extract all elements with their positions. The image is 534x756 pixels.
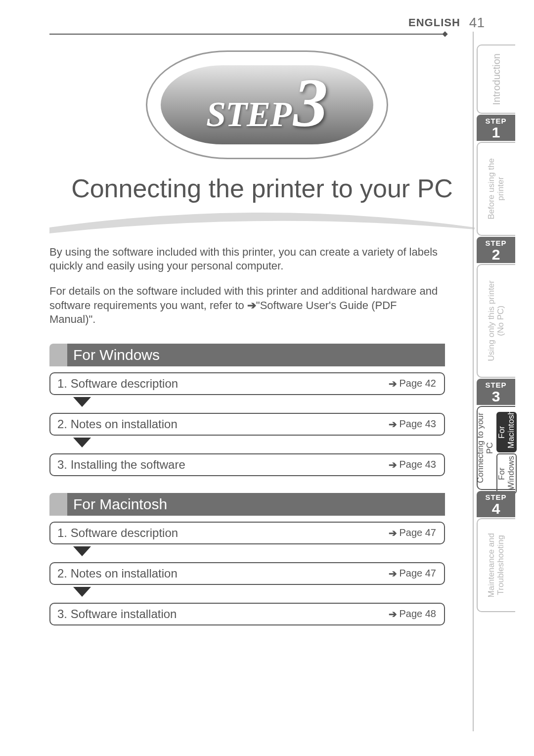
down-arrow-icon — [73, 587, 91, 597]
toc-item-page: ➔Page 48 — [389, 608, 436, 620]
step-chip-number: 2 — [492, 247, 500, 262]
section-heading-tab — [49, 344, 67, 366]
step-chip-2: STEP 2 — [477, 237, 515, 263]
section-macintosh: For Macintosh 1. Software description ➔P… — [49, 493, 445, 625]
toc-item-page: ➔Page 42 — [389, 378, 436, 390]
tab-label: Before using theprinter — [487, 158, 505, 220]
toc-item-mac-1[interactable]: 1. Software description ➔Page 47 — [49, 522, 445, 544]
step-badge: STEP 3 — [0, 50, 534, 159]
toc-item-label: 1. Software description — [57, 526, 178, 540]
page-header: ENGLISH 41 — [0, 15, 534, 31]
tab-label: Maintenance andTroubleshooting — [487, 533, 505, 597]
step-chip-3: STEP 3 — [477, 379, 515, 405]
tab-step3-active[interactable]: Connecting to your PC For Macintosh For … — [477, 406, 515, 490]
tab-step1[interactable]: Before using theprinter — [477, 142, 515, 236]
decorative-swoosh — [49, 208, 475, 237]
tab-step4[interactable]: Maintenance andTroubleshooting — [477, 518, 515, 612]
arrow-icon: ➔ — [389, 608, 397, 620]
badge-step-number: 3 — [293, 75, 328, 131]
page-title: Connecting the printer to your PC — [49, 174, 475, 204]
arrow-icon: ➔ — [389, 378, 397, 390]
toc-item-windows-1[interactable]: 1. Software description ➔Page 42 — [49, 372, 445, 395]
toc-item-label: 1. Software description — [57, 377, 178, 391]
step-chip-number: 3 — [492, 389, 500, 404]
micro-tab-win[interactable]: For Windows — [496, 453, 517, 494]
step-chip-1: STEP 1 — [477, 115, 515, 141]
arrow-icon: ➔ — [389, 568, 397, 579]
down-arrow-icon — [73, 397, 91, 407]
tab-introduction[interactable]: Introduction — [477, 44, 515, 114]
micro-tab-mac[interactable]: For Macintosh — [496, 412, 517, 452]
down-arrow-icon — [73, 546, 91, 556]
step-chip-number: 4 — [492, 501, 500, 516]
toc-item-windows-3[interactable]: 3. Installing the software ➔Page 43 — [49, 453, 445, 476]
section-heading-bar: For Macintosh — [49, 493, 445, 516]
badge-step-word: STEP — [206, 94, 291, 135]
page: ENGLISH 41 STEP 3 Connecting the printer… — [0, 0, 534, 756]
toc-item-mac-2[interactable]: 2. Notes on installation ➔Page 47 — [49, 562, 445, 585]
section-heading-bar: For Windows — [49, 344, 445, 366]
toc-item-label: 3. Software installation — [57, 607, 177, 621]
header-rule — [49, 34, 445, 35]
down-arrow-icon — [73, 438, 91, 447]
step-chip-4: STEP 4 — [477, 491, 515, 517]
arrow-icon: ➔ — [389, 418, 397, 430]
toc-item-label: 2. Notes on installation — [57, 567, 178, 580]
arrow-icon: ➔ — [247, 299, 256, 311]
tab-label: Connecting to your PC — [476, 412, 494, 484]
section-windows: For Windows 1. Software description ➔Pag… — [49, 344, 445, 476]
sidebar-tabs: Introduction STEP 1 Before using theprin… — [464, 44, 515, 612]
toc-item-page: ➔Page 43 — [389, 459, 436, 471]
arrow-icon: ➔ — [389, 527, 397, 539]
toc-item-windows-2[interactable]: 2. Notes on installation ➔Page 43 — [49, 413, 445, 436]
arrow-icon: ➔ — [389, 459, 397, 471]
section-heading-mac: For Macintosh — [67, 493, 445, 516]
intro-paragraph-1: By using the software included with this… — [49, 245, 445, 273]
tab-label: Using only this printer(No PC) — [487, 280, 505, 361]
step-chip-number: 1 — [492, 125, 500, 140]
toc-item-page: ➔Page 43 — [389, 418, 436, 430]
toc-item-label: 3. Installing the software — [57, 458, 185, 472]
intro-text: By using the software included with this… — [49, 245, 445, 327]
section-heading-tab — [49, 493, 67, 516]
toc-item-label: 2. Notes on installation — [57, 417, 178, 431]
tab-label: Introduction — [491, 53, 502, 105]
toc-item-page: ➔Page 47 — [389, 568, 436, 579]
toc-item-page: ➔Page 47 — [389, 527, 436, 539]
section-heading-windows: For Windows — [67, 344, 445, 366]
page-number: 41 — [469, 15, 485, 31]
language-label: ENGLISH — [408, 16, 460, 29]
toc-item-mac-3[interactable]: 3. Software installation ➔Page 48 — [49, 603, 445, 625]
intro-paragraph-2: For details on the software included wit… — [49, 284, 445, 327]
tab-step2[interactable]: Using only this printer(No PC) — [477, 264, 515, 378]
